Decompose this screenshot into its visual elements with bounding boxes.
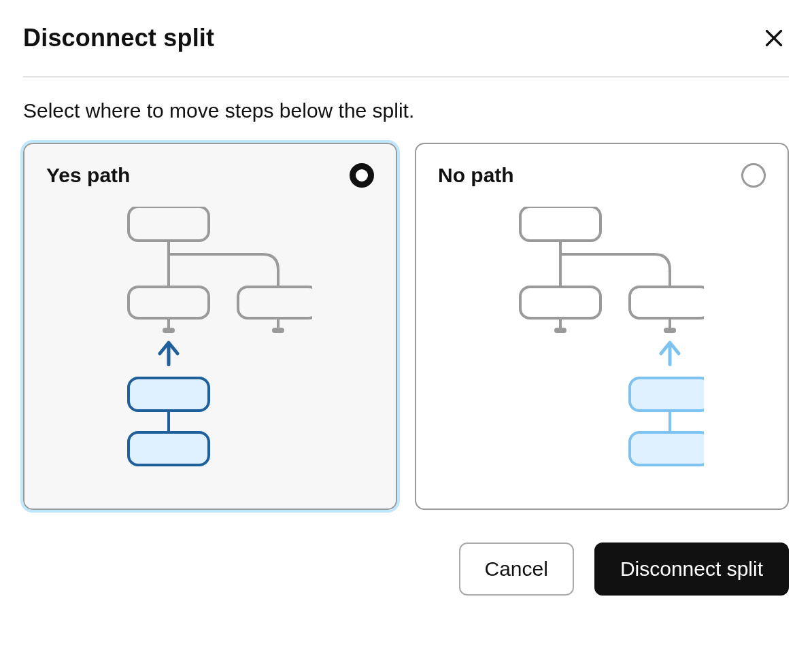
option-header: Yes path <box>46 163 374 188</box>
flow-diagram-icon <box>500 207 704 479</box>
dialog-title: Disconnect split <box>23 24 214 52</box>
diagram-no <box>438 204 766 492</box>
radio-selected-icon <box>350 163 374 188</box>
svg-rect-17 <box>630 287 704 318</box>
dialog-header: Disconnect split <box>23 23 789 78</box>
diagram-yes <box>46 204 374 492</box>
svg-rect-19 <box>554 328 566 333</box>
svg-rect-13 <box>129 432 209 465</box>
dialog-footer: Cancel Disconnect split <box>23 543 789 596</box>
svg-rect-21 <box>664 328 676 333</box>
svg-rect-5 <box>238 287 312 318</box>
option-header: No path <box>438 163 766 188</box>
radio-unselected-icon <box>741 163 766 188</box>
confirm-disconnect-button[interactable]: Disconnect split <box>594 543 789 596</box>
svg-rect-9 <box>272 328 284 333</box>
option-label: Yes path <box>46 164 130 187</box>
close-icon <box>762 42 786 52</box>
svg-rect-23 <box>630 378 704 411</box>
cancel-button[interactable]: Cancel <box>459 543 574 596</box>
dialog-subtitle: Select where to move steps below the spl… <box>23 99 789 122</box>
svg-rect-16 <box>520 287 600 318</box>
flow-diagram-icon <box>108 207 312 479</box>
option-no-path[interactable]: No path <box>415 143 789 510</box>
svg-rect-25 <box>630 432 704 465</box>
option-label: No path <box>438 164 514 187</box>
option-grid: Yes path <box>23 143 789 510</box>
svg-rect-11 <box>129 378 209 411</box>
svg-rect-2 <box>129 207 209 241</box>
svg-rect-4 <box>129 287 209 318</box>
svg-rect-7 <box>163 328 175 333</box>
disconnect-split-dialog: Disconnect split Select where to move st… <box>0 0 812 623</box>
option-yes-path[interactable]: Yes path <box>23 143 397 510</box>
close-button[interactable] <box>759 23 789 53</box>
svg-rect-14 <box>520 207 600 241</box>
